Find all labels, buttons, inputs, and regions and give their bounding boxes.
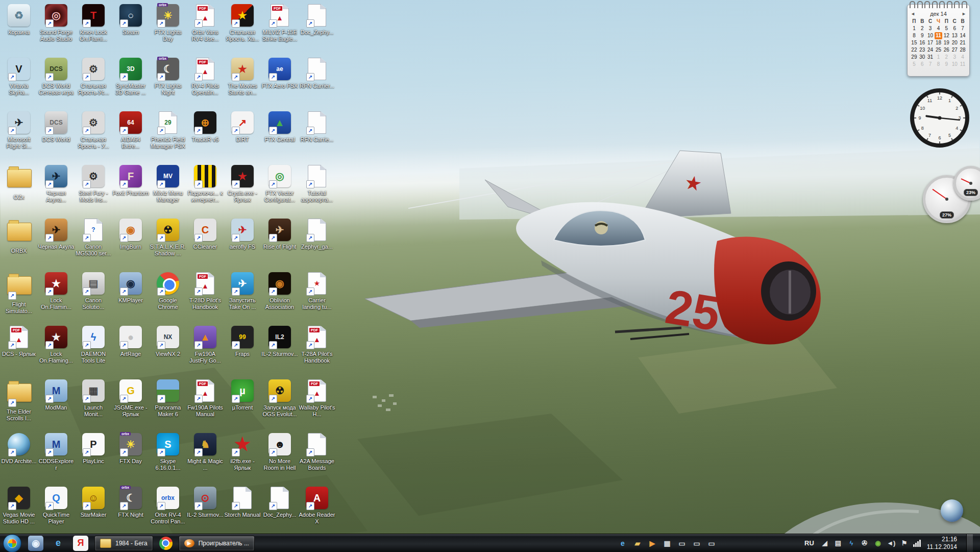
desktop-icon[interactable]: ◉↗ImgBurn — [112, 219, 149, 250]
calendar-day[interactable]: 17 — [926, 39, 935, 46]
calendar-next-button[interactable]: ► — [962, 11, 966, 16]
desktop-icon[interactable]: ★↗Lock On.Flaming... — [38, 326, 75, 364]
device-icon[interactable]: ▦ — [662, 538, 672, 548]
desktop-icon[interactable]: ✈↗aerofly FS — [224, 219, 261, 250]
desktop-icon[interactable]: PDF▲↗DCS - Ярлык — [1, 326, 37, 357]
calendar-day[interactable]: 24 — [926, 46, 935, 54]
desktop-icon[interactable]: 3D↗SyncMaster 3D Game ... — [112, 58, 149, 96]
desktop-icon[interactable]: S↗Skype 6.16.0.1... — [150, 433, 186, 471]
taskbar-clock[interactable]: 21:16 11.12.2014 — [925, 536, 959, 551]
desktop-icon[interactable]: C↗CCleaner — [187, 219, 224, 250]
drive-icon[interactable]: ▭ — [706, 538, 717, 548]
desktop-icon[interactable]: ◎↗Sound Forge Audio Studio — [38, 4, 75, 42]
desktop-icon[interactable]: ☾orbx↗FTX Lights Night — [150, 58, 186, 96]
calendar-day[interactable]: 22 — [910, 46, 918, 54]
desktop-icon[interactable]: ↗A2A Message Boards — [299, 433, 335, 471]
desktop-icon[interactable]: 64↗AIDA64 Extre... — [112, 111, 149, 150]
language-indicator[interactable]: RU — [802, 538, 816, 548]
calendar-day[interactable]: 6 — [950, 25, 959, 32]
calendar-day[interactable]: 28 — [959, 46, 967, 54]
desktop-icon[interactable]: F↗Foxit Phantom — [112, 165, 149, 197]
satellite-icon[interactable]: ✇ — [860, 539, 869, 548]
volume-icon[interactable]: ◄) — [887, 539, 896, 548]
desktop-icon[interactable]: ◉↗Oblivion Association — [261, 272, 298, 310]
calendar-day[interactable]: 10 — [950, 61, 959, 68]
internet-explorer-icon[interactable]: e — [51, 536, 66, 551]
desktop-icon[interactable]: ★↗Lock On.Flamin... — [38, 272, 75, 310]
calendar-day[interactable]: 4 — [959, 54, 967, 61]
desktop-icon[interactable]: DCS↗DCS World — [38, 111, 75, 143]
calendar-day[interactable]: 26 — [942, 46, 950, 54]
desktop-icon[interactable]: ♞↗Might & Magic ... — [187, 433, 224, 471]
calendar-day[interactable]: 2 — [942, 54, 950, 61]
desktop-icon[interactable]: ?↗Canon MG5300 ser... — [75, 219, 112, 257]
calendar-day[interactable]: 9 — [942, 61, 950, 68]
desktop-icon[interactable]: Q↗QuickTime Player — [38, 487, 75, 525]
desktop-icon[interactable]: ⚙↗Стальная Ярость-Ус... — [75, 58, 112, 96]
calendar-day[interactable]: 13 — [950, 32, 959, 39]
desktop-icon[interactable]: ★↗Crysis.exe - Ярлык — [224, 165, 261, 203]
calendar-day[interactable]: 23 — [918, 46, 926, 54]
calendar-day[interactable]: 1 — [910, 25, 918, 32]
desktop-icon[interactable]: PDF▲↗T-28A Pilot's Handbook — [299, 326, 335, 364]
calendar-day[interactable]: 12 — [942, 32, 950, 39]
show-desktop-button[interactable] — [966, 534, 973, 552]
desktop-icon[interactable]: M↗CDDSExplorer — [38, 433, 75, 471]
desktop-icon[interactable]: ϟ↗DAEMON Tools Lite — [75, 326, 112, 364]
desktop-icon[interactable]: ↗Panorama Maker 6 — [150, 379, 186, 418]
desktop-icon[interactable]: ○↗Steam — [112, 4, 149, 36]
calendar-day[interactable]: 29 — [910, 54, 918, 61]
desktop-icon[interactable]: ✈↗Черная Акула... — [38, 165, 75, 203]
antivirus-icon[interactable]: ϟ — [847, 539, 856, 548]
desktop-icon[interactable]: ⊙↗IL-2 Sturmov... — [187, 487, 224, 518]
desktop-icon[interactable]: ◆↗Vegas Movie Studio HD ... — [1, 487, 37, 525]
desktop-icon[interactable]: A↗Adobe Reader X — [299, 487, 335, 525]
desktop-icon[interactable]: ▲↗Fw190A JustFly Go... — [187, 326, 224, 364]
desktop-icon[interactable]: 29↗Phenick Field Manager FSX — [150, 111, 186, 150]
desktop-icon[interactable]: ae↗FTX Aero FSX — [261, 58, 298, 89]
desktop-icon[interactable]: ★↗Carrier landing tu... — [299, 272, 335, 310]
desktop-icon[interactable]: ↗Flight Simulato... — [1, 272, 37, 315]
desktop-icon[interactable]: ●↗ArtRage — [112, 326, 149, 357]
calendar-day[interactable]: 30 — [918, 54, 926, 61]
desktop-icon[interactable]: ↗Подключи... к интернет... — [187, 165, 224, 203]
desktop-icon[interactable]: PDF▲↗RV-4 Pilots Operatin... — [187, 58, 224, 96]
calendar-day[interactable]: 7 — [926, 61, 935, 68]
desktop-icon[interactable]: ↗Doc_Zephy... — [299, 4, 335, 36]
desktop-icon[interactable]: ↗The Elder Scrolls I... — [1, 379, 37, 422]
desktop-icon[interactable]: ♻Корзина — [1, 4, 37, 36]
calendar-day[interactable]: 14 — [959, 32, 967, 39]
desktop-icon[interactable]: ⊕↗TrackIR v5 — [187, 111, 224, 143]
calendar-day[interactable]: 8 — [935, 61, 943, 68]
calendar-day[interactable]: 1 — [935, 54, 943, 61]
calendar-gadget[interactable]: ◄ дек 14 ► ПВСЧПСВ1234567891011121314151… — [907, 4, 970, 77]
ati-catalyst-icon[interactable]: ◢ — [820, 539, 829, 548]
chrome-taskbar-icon[interactable] — [159, 537, 173, 550]
desktop-icon[interactable]: ☀orbx↗FTX Lights Day — [150, 4, 186, 42]
desktop-icon[interactable]: ↗Doc_Zephy... — [261, 487, 298, 518]
desktop-icon[interactable]: ▲↗FTX Central — [261, 111, 298, 143]
desktop-icon[interactable]: OZx — [1, 165, 37, 201]
desktop-icon[interactable]: V↗Virtavia Skyha... — [1, 58, 37, 96]
notes-icon[interactable]: ▤ — [834, 539, 843, 548]
calendar-day[interactable]: 3 — [926, 25, 935, 32]
desktop-icon[interactable]: ▦↗Launch Monit... — [75, 379, 112, 418]
desktop-icon[interactable]: PDF▲↗Orbx Vans RV4 Use... — [187, 4, 224, 42]
desktop-icon[interactable]: ☀orbx↗FTX Day — [112, 433, 149, 465]
desktop-icon[interactable]: G↗JSGME.exe - Ярлык — [112, 379, 149, 418]
calendar-day[interactable]: 6 — [918, 61, 926, 68]
calendar-day[interactable]: 27 — [950, 46, 959, 54]
taskbar-window-folder[interactable]: 1984 - Бега — [94, 536, 153, 551]
drive-icon[interactable]: ▭ — [692, 538, 702, 548]
analog-clock-gadget[interactable]: 121234567891011 — [909, 87, 971, 151]
calendar-day[interactable]: 7 — [959, 25, 967, 32]
calendar-day[interactable]: 20 — [950, 39, 959, 46]
desktop-icon[interactable]: ↗Tutorial аэропорта... — [299, 165, 335, 203]
drive-icon[interactable]: ▭ — [677, 538, 687, 548]
desktop-icon[interactable]: PDF▲↗Wallaby Pilot's H... — [299, 379, 335, 418]
desktop-icon[interactable]: ✈↗Microsoft Flight Si... — [1, 111, 37, 150]
desktop-icon[interactable]: ↗Storch Manual — [224, 487, 261, 518]
glass-sphere-gadget[interactable] — [941, 499, 963, 522]
desktop-icon[interactable]: ORBX — [1, 219, 37, 254]
desktop-icon[interactable]: ◉↗KMPlayer — [112, 272, 149, 304]
